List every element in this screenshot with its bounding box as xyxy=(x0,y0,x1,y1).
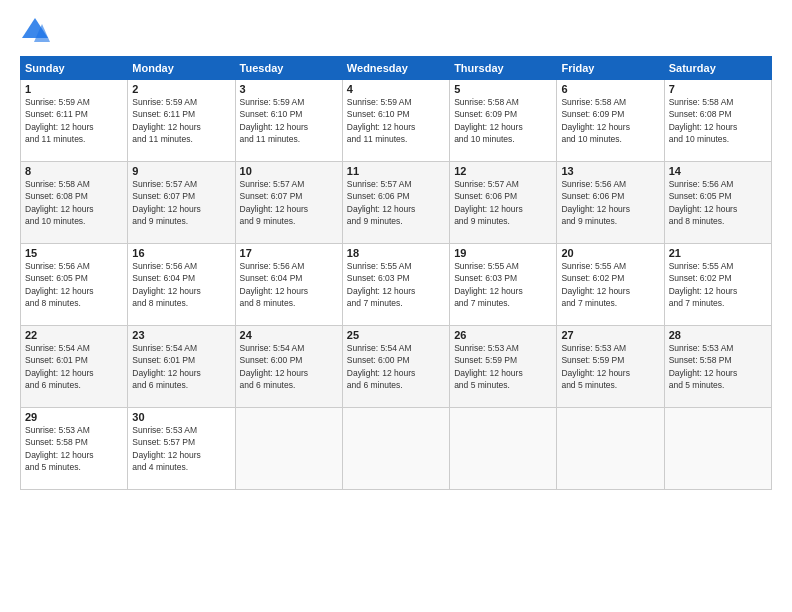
calendar-day-cell: 15Sunrise: 5:56 AM Sunset: 6:05 PM Dayli… xyxy=(21,244,128,326)
day-number: 28 xyxy=(669,329,767,341)
day-number: 4 xyxy=(347,83,445,95)
calendar-day-cell: 1Sunrise: 5:59 AM Sunset: 6:11 PM Daylig… xyxy=(21,80,128,162)
empty-cell xyxy=(664,408,771,490)
calendar-day-cell: 16Sunrise: 5:56 AM Sunset: 6:04 PM Dayli… xyxy=(128,244,235,326)
day-number: 26 xyxy=(454,329,552,341)
day-number: 13 xyxy=(561,165,659,177)
calendar-day-cell: 6Sunrise: 5:58 AM Sunset: 6:09 PM Daylig… xyxy=(557,80,664,162)
day-info: Sunrise: 5:54 AM Sunset: 6:00 PM Dayligh… xyxy=(347,342,445,391)
day-info: Sunrise: 5:56 AM Sunset: 6:04 PM Dayligh… xyxy=(240,260,338,309)
day-info: Sunrise: 5:58 AM Sunset: 6:08 PM Dayligh… xyxy=(25,178,123,227)
day-info: Sunrise: 5:56 AM Sunset: 6:04 PM Dayligh… xyxy=(132,260,230,309)
empty-cell xyxy=(557,408,664,490)
day-number: 14 xyxy=(669,165,767,177)
calendar-day-cell: 23Sunrise: 5:54 AM Sunset: 6:01 PM Dayli… xyxy=(128,326,235,408)
day-info: Sunrise: 5:53 AM Sunset: 5:57 PM Dayligh… xyxy=(132,424,230,473)
day-info: Sunrise: 5:59 AM Sunset: 6:11 PM Dayligh… xyxy=(25,96,123,145)
day-number: 27 xyxy=(561,329,659,341)
header-friday: Friday xyxy=(557,57,664,80)
day-info: Sunrise: 5:56 AM Sunset: 6:05 PM Dayligh… xyxy=(669,178,767,227)
day-info: Sunrise: 5:55 AM Sunset: 6:03 PM Dayligh… xyxy=(454,260,552,309)
day-info: Sunrise: 5:54 AM Sunset: 6:00 PM Dayligh… xyxy=(240,342,338,391)
day-info: Sunrise: 5:58 AM Sunset: 6:09 PM Dayligh… xyxy=(561,96,659,145)
calendar-day-cell: 10Sunrise: 5:57 AM Sunset: 6:07 PM Dayli… xyxy=(235,162,342,244)
calendar-table: SundayMondayTuesdayWednesdayThursdayFrid… xyxy=(20,56,772,490)
empty-cell xyxy=(450,408,557,490)
calendar-day-cell: 21Sunrise: 5:55 AM Sunset: 6:02 PM Dayli… xyxy=(664,244,771,326)
calendar-week-row: 15Sunrise: 5:56 AM Sunset: 6:05 PM Dayli… xyxy=(21,244,772,326)
day-info: Sunrise: 5:57 AM Sunset: 6:06 PM Dayligh… xyxy=(454,178,552,227)
day-number: 15 xyxy=(25,247,123,259)
calendar-week-row: 1Sunrise: 5:59 AM Sunset: 6:11 PM Daylig… xyxy=(21,80,772,162)
day-number: 23 xyxy=(132,329,230,341)
calendar-day-cell: 14Sunrise: 5:56 AM Sunset: 6:05 PM Dayli… xyxy=(664,162,771,244)
day-number: 16 xyxy=(132,247,230,259)
day-number: 9 xyxy=(132,165,230,177)
page-header xyxy=(20,16,772,46)
calendar-day-cell: 2Sunrise: 5:59 AM Sunset: 6:11 PM Daylig… xyxy=(128,80,235,162)
day-info: Sunrise: 5:57 AM Sunset: 6:07 PM Dayligh… xyxy=(132,178,230,227)
calendar-week-row: 29Sunrise: 5:53 AM Sunset: 5:58 PM Dayli… xyxy=(21,408,772,490)
day-info: Sunrise: 5:53 AM Sunset: 5:59 PM Dayligh… xyxy=(454,342,552,391)
day-info: Sunrise: 5:58 AM Sunset: 6:08 PM Dayligh… xyxy=(669,96,767,145)
calendar-day-cell: 13Sunrise: 5:56 AM Sunset: 6:06 PM Dayli… xyxy=(557,162,664,244)
day-info: Sunrise: 5:57 AM Sunset: 6:06 PM Dayligh… xyxy=(347,178,445,227)
day-info: Sunrise: 5:55 AM Sunset: 6:02 PM Dayligh… xyxy=(669,260,767,309)
empty-cell xyxy=(342,408,449,490)
logo-icon xyxy=(20,16,50,46)
calendar-day-cell: 4Sunrise: 5:59 AM Sunset: 6:10 PM Daylig… xyxy=(342,80,449,162)
header-wednesday: Wednesday xyxy=(342,57,449,80)
day-info: Sunrise: 5:57 AM Sunset: 6:07 PM Dayligh… xyxy=(240,178,338,227)
calendar-day-cell: 26Sunrise: 5:53 AM Sunset: 5:59 PM Dayli… xyxy=(450,326,557,408)
header-tuesday: Tuesday xyxy=(235,57,342,80)
header-thursday: Thursday xyxy=(450,57,557,80)
calendar-week-row: 8Sunrise: 5:58 AM Sunset: 6:08 PM Daylig… xyxy=(21,162,772,244)
day-info: Sunrise: 5:56 AM Sunset: 6:06 PM Dayligh… xyxy=(561,178,659,227)
day-number: 2 xyxy=(132,83,230,95)
day-number: 18 xyxy=(347,247,445,259)
day-number: 6 xyxy=(561,83,659,95)
calendar-header-row: SundayMondayTuesdayWednesdayThursdayFrid… xyxy=(21,57,772,80)
day-number: 8 xyxy=(25,165,123,177)
header-monday: Monday xyxy=(128,57,235,80)
calendar-day-cell: 17Sunrise: 5:56 AM Sunset: 6:04 PM Dayli… xyxy=(235,244,342,326)
day-info: Sunrise: 5:59 AM Sunset: 6:10 PM Dayligh… xyxy=(347,96,445,145)
day-number: 12 xyxy=(454,165,552,177)
calendar-day-cell: 8Sunrise: 5:58 AM Sunset: 6:08 PM Daylig… xyxy=(21,162,128,244)
calendar-day-cell: 12Sunrise: 5:57 AM Sunset: 6:06 PM Dayli… xyxy=(450,162,557,244)
day-number: 30 xyxy=(132,411,230,423)
day-info: Sunrise: 5:59 AM Sunset: 6:10 PM Dayligh… xyxy=(240,96,338,145)
day-number: 5 xyxy=(454,83,552,95)
day-number: 10 xyxy=(240,165,338,177)
calendar-day-cell: 11Sunrise: 5:57 AM Sunset: 6:06 PM Dayli… xyxy=(342,162,449,244)
day-info: Sunrise: 5:54 AM Sunset: 6:01 PM Dayligh… xyxy=(132,342,230,391)
day-info: Sunrise: 5:56 AM Sunset: 6:05 PM Dayligh… xyxy=(25,260,123,309)
calendar-day-cell: 29Sunrise: 5:53 AM Sunset: 5:58 PM Dayli… xyxy=(21,408,128,490)
calendar-week-row: 22Sunrise: 5:54 AM Sunset: 6:01 PM Dayli… xyxy=(21,326,772,408)
calendar-day-cell: 24Sunrise: 5:54 AM Sunset: 6:00 PM Dayli… xyxy=(235,326,342,408)
header-saturday: Saturday xyxy=(664,57,771,80)
day-number: 7 xyxy=(669,83,767,95)
calendar-day-cell: 18Sunrise: 5:55 AM Sunset: 6:03 PM Dayli… xyxy=(342,244,449,326)
day-number: 29 xyxy=(25,411,123,423)
calendar-day-cell: 3Sunrise: 5:59 AM Sunset: 6:10 PM Daylig… xyxy=(235,80,342,162)
calendar-day-cell: 20Sunrise: 5:55 AM Sunset: 6:02 PM Dayli… xyxy=(557,244,664,326)
day-number: 1 xyxy=(25,83,123,95)
day-info: Sunrise: 5:58 AM Sunset: 6:09 PM Dayligh… xyxy=(454,96,552,145)
day-info: Sunrise: 5:55 AM Sunset: 6:03 PM Dayligh… xyxy=(347,260,445,309)
calendar-day-cell: 27Sunrise: 5:53 AM Sunset: 5:59 PM Dayli… xyxy=(557,326,664,408)
calendar-day-cell: 30Sunrise: 5:53 AM Sunset: 5:57 PM Dayli… xyxy=(128,408,235,490)
logo xyxy=(20,16,56,46)
calendar-day-cell: 7Sunrise: 5:58 AM Sunset: 6:08 PM Daylig… xyxy=(664,80,771,162)
empty-cell xyxy=(235,408,342,490)
day-number: 22 xyxy=(25,329,123,341)
day-number: 11 xyxy=(347,165,445,177)
day-info: Sunrise: 5:53 AM Sunset: 5:58 PM Dayligh… xyxy=(669,342,767,391)
day-number: 17 xyxy=(240,247,338,259)
day-info: Sunrise: 5:59 AM Sunset: 6:11 PM Dayligh… xyxy=(132,96,230,145)
day-number: 21 xyxy=(669,247,767,259)
day-info: Sunrise: 5:53 AM Sunset: 5:59 PM Dayligh… xyxy=(561,342,659,391)
day-info: Sunrise: 5:53 AM Sunset: 5:58 PM Dayligh… xyxy=(25,424,123,473)
calendar-day-cell: 25Sunrise: 5:54 AM Sunset: 6:00 PM Dayli… xyxy=(342,326,449,408)
day-number: 25 xyxy=(347,329,445,341)
